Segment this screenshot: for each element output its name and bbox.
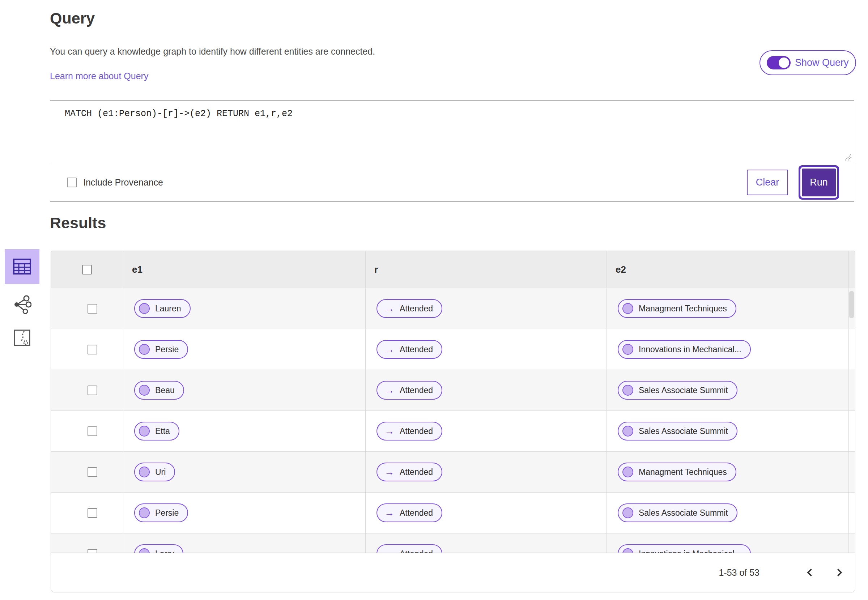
entity-pill-e1: Beau [134,381,184,400]
entity-node-icon [623,467,633,477]
table-icon [13,259,31,274]
entity-node-icon [139,467,150,477]
relation-pill: → Attended [377,544,442,553]
relation-pill: → Attended [377,503,442,522]
entity-pill-e1: Persie [134,503,188,522]
relation-pill: → Attended [377,381,442,400]
table-row: Persie → Attended Innovations in Mechani… [51,329,855,370]
resize-grip-icon[interactable] [842,151,852,161]
show-query-label: Show Query [795,57,849,68]
chevron-left-icon [805,567,815,578]
entity-node-icon [623,426,633,436]
pagination-range: 1-53 of 53 [719,567,759,578]
row-checkbox[interactable] [88,508,97,518]
table-header-row: e1 r e2 [51,251,855,288]
column-header-r: r [374,264,378,275]
query-description: You can query a knowledge graph to ident… [50,46,375,57]
table-body: Lauren → Attended Managment Techniques P… [51,288,855,553]
relation-arrow-icon: → [385,508,394,518]
map-view-button[interactable] [5,325,39,350]
entity-node-icon [139,426,150,436]
row-checkbox[interactable] [88,467,97,477]
chevron-right-icon [834,567,844,578]
learn-more-link[interactable]: Learn more about Query [50,71,148,81]
next-page-button[interactable] [834,567,844,578]
entity-node-icon [139,508,150,518]
entity-node-icon [623,508,633,518]
results-title: Results [50,214,106,232]
entity-node-icon [139,303,150,314]
table-view-button[interactable] [5,249,39,284]
relation-pill: → Attended [377,422,442,441]
table-row: Etta → Attended Sales Associate Summit [51,411,855,452]
column-header-e1: e1 [132,264,142,275]
query-panel-footer: Include Provenance Clear Run [50,163,854,202]
entity-pill-e2: Sales Associate Summit [618,503,738,522]
pagination-bar: 1-53 of 53 [51,553,855,592]
relation-arrow-icon: → [385,304,394,314]
entity-node-icon [139,344,150,355]
include-provenance-checkbox[interactable] [67,177,77,187]
map-route-icon [14,329,31,347]
entity-pill-e2: Innovations in Mechanical... [618,544,751,553]
table-row: Larry → Attended Innovations in Mechanic… [51,533,855,553]
network-graph-icon [13,295,32,314]
table-row: Persie → Attended Sales Associate Summit [51,492,855,533]
relation-arrow-icon: → [385,467,394,477]
toggle-knob [779,58,789,68]
show-query-toggle[interactable]: Show Query [759,50,856,75]
entity-pill-e1: Uri [134,462,175,481]
row-checkbox[interactable] [88,426,97,436]
entity-pill-e2: Sales Associate Summit [618,422,738,441]
results-table: e1 r e2 Lauren → Attended Managment Tech… [51,251,855,592]
entity-node-icon [623,344,633,355]
entity-node-icon [139,385,150,395]
relation-pill: → Attended [377,340,442,359]
table-row: Lauren → Attended Managment Techniques [51,288,855,329]
entity-pill-e1: Persie [134,340,188,359]
entity-pill-e2: Innovations in Mechanical... [618,340,751,359]
row-checkbox[interactable] [88,304,97,314]
table-row: Uri → Attended Managment Techniques [51,452,855,492]
relation-pill: → Attended [377,462,442,481]
entity-pill-e2: Sales Associate Summit [618,381,738,400]
relation-arrow-icon: → [385,426,394,436]
relation-arrow-icon: → [385,345,394,355]
query-page: Query You can query a knowledge graph to… [0,0,868,600]
select-all-checkbox[interactable] [82,265,92,274]
entity-pill-e2: Managment Techniques [618,462,736,481]
entity-node-icon [623,385,633,395]
entity-pill-e1: Larry [134,544,183,553]
table-row: Beau → Attended Sales Associate Summit [51,370,855,411]
toggle-on-icon[interactable] [767,56,791,70]
network-view-button[interactable] [5,292,39,317]
entity-pill-e2: Managment Techniques [618,299,736,318]
row-checkbox[interactable] [88,345,97,355]
view-switcher [0,249,44,350]
page-title: Query [50,9,95,27]
query-text: MATCH (e1:Person)-[r]->(e2) RETURN e1,r,… [65,109,292,119]
run-button[interactable]: Run [802,168,836,196]
relation-pill: → Attended [377,299,442,318]
row-checkbox[interactable] [88,386,97,395]
entity-node-icon [623,303,633,314]
query-panel: MATCH (e1:Person)-[r]->(e2) RETURN e1,r,… [50,100,854,202]
vertical-scrollbar-thumb[interactable] [849,291,854,318]
relation-arrow-icon: → [385,386,394,395]
clear-button[interactable]: Clear [747,170,788,195]
entity-pill-e1: Etta [134,422,179,441]
entity-pill-e1: Lauren [134,299,191,318]
previous-page-button[interactable] [805,567,815,578]
include-provenance-label: Include Provenance [83,177,163,188]
column-header-e2: e2 [615,264,626,275]
query-editor[interactable]: MATCH (e1:Person)-[r]->(e2) RETURN e1,r,… [50,100,854,163]
